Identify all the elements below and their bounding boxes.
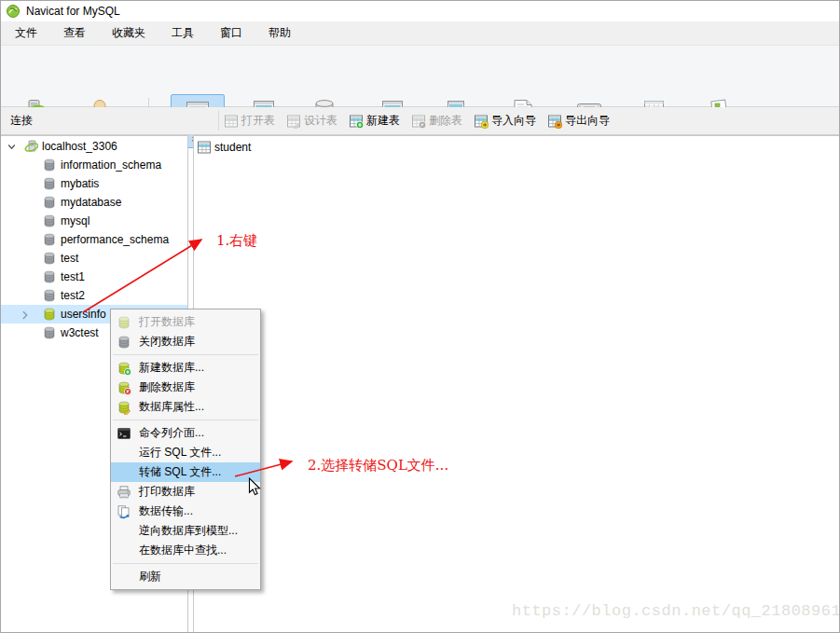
menu-separator bbox=[113, 354, 258, 355]
open-table-icon bbox=[224, 114, 239, 129]
database-icon bbox=[42, 213, 57, 228]
delete-table-button[interactable]: 删除表 bbox=[411, 113, 462, 129]
menu-item-print-database[interactable]: 打印数据库 bbox=[111, 482, 260, 502]
title-bar: Navicat for MySQL bbox=[1, 1, 839, 21]
pane-header-strip: 连接 打开表 设计表 新建表 bbox=[1, 107, 839, 135]
menu-file[interactable]: 文件 bbox=[3, 21, 49, 45]
database-icon bbox=[42, 158, 57, 172]
menu-item-open-database[interactable]: 打开数据库 bbox=[111, 312, 260, 332]
table-icon bbox=[197, 140, 212, 155]
database-icon bbox=[42, 251, 57, 266]
database-icon bbox=[42, 195, 57, 210]
menu-separator bbox=[113, 420, 258, 420]
export-wizard-icon bbox=[547, 114, 562, 129]
delete-table-icon bbox=[411, 114, 426, 129]
design-table-icon bbox=[286, 114, 301, 129]
new-table-icon bbox=[349, 114, 364, 129]
import-wizard-button[interactable]: 导入向导 bbox=[474, 113, 536, 129]
menu-bar: 文件 查看 收藏夹 工具 窗口 帮助 bbox=[1, 21, 839, 46]
menu-help[interactable]: 帮助 bbox=[256, 21, 303, 45]
tree-item-mybatis[interactable]: mybatis bbox=[1, 174, 187, 193]
database-icon bbox=[42, 288, 57, 303]
server-icon bbox=[23, 139, 38, 154]
database-icon bbox=[42, 325, 57, 340]
main-toolbar: 连接 用户 表 视图 函数 事件 查询 报表 bbox=[1, 46, 839, 107]
menu-item-execute-sql-file[interactable]: 运行 SQL 文件... bbox=[111, 443, 260, 462]
menu-item-new-database[interactable]: 新建数据库... bbox=[111, 358, 260, 378]
menu-item-command-line-interface[interactable]: 命令列介面... bbox=[111, 423, 260, 443]
menu-separator bbox=[113, 563, 258, 564]
tree-item-localhost-3306[interactable]: localhost_3306 bbox=[1, 137, 187, 156]
design-table-button[interactable]: 设计表 bbox=[286, 113, 337, 129]
database-open-icon bbox=[117, 315, 131, 330]
menu-item-close-database[interactable]: 关闭数据库 bbox=[111, 332, 260, 351]
new-database-icon bbox=[117, 361, 131, 376]
export-wizard-button[interactable]: 导出向导 bbox=[547, 113, 610, 129]
printer-icon bbox=[117, 485, 131, 500]
window-title: Navicat for MySQL bbox=[26, 5, 120, 18]
tree-item-mydatabase[interactable]: mydatabase bbox=[1, 193, 187, 212]
tree-item-mysql[interactable]: mysql bbox=[1, 212, 187, 230]
menu-item-find-in-database[interactable]: 在数据库中查找... bbox=[111, 541, 260, 560]
menu-tools[interactable]: 工具 bbox=[159, 21, 206, 45]
new-table-button[interactable]: 新建表 bbox=[349, 113, 400, 129]
tree-item-test1[interactable]: test1 bbox=[1, 268, 187, 286]
watermark: https://blog.csdn.net/qq_21808961 bbox=[512, 602, 833, 620]
menu-item-dump-sql-file[interactable]: 转储 SQL 文件... bbox=[111, 462, 260, 482]
menu-item-database-properties[interactable]: 数据库属性... bbox=[111, 397, 260, 417]
menu-item-delete-database[interactable]: 删除数据库 bbox=[111, 378, 260, 397]
import-wizard-icon bbox=[474, 114, 489, 129]
menu-window[interactable]: 窗口 bbox=[208, 21, 255, 45]
navicat-window: Navicat for MySQL 文件 查看 收藏夹 工具 窗口 帮助 连接 … bbox=[0, 0, 840, 633]
tree-item-test2[interactable]: test2 bbox=[1, 286, 187, 305]
delete-database-icon bbox=[117, 380, 131, 395]
navicat-logo-icon bbox=[6, 4, 21, 19]
menu-item-refresh[interactable]: 刷新 bbox=[111, 567, 260, 586]
annotation-step1: 1.右键 bbox=[216, 232, 257, 250]
data-transfer-icon bbox=[117, 504, 131, 519]
annotation-step2: 2.选择转储SQL文件... bbox=[308, 457, 448, 475]
database-icon bbox=[42, 176, 57, 191]
database-icon bbox=[42, 269, 57, 284]
context-menu: 打开数据库 关闭数据库 新建数据库... 删除数据库 数据库属性... bbox=[110, 309, 261, 590]
tree-item-information-schema[interactable]: information_schema bbox=[1, 156, 187, 174]
sidebar-pane-title: 连接 bbox=[10, 107, 33, 134]
database-open-icon bbox=[42, 307, 57, 322]
chevron-expanded-icon[interactable] bbox=[7, 142, 17, 152]
tree-item-performance-schema[interactable]: performance_schema bbox=[1, 230, 187, 249]
table-item-student[interactable]: student bbox=[197, 138, 251, 157]
open-table-button[interactable]: 打开表 bbox=[224, 113, 275, 129]
database-icon bbox=[117, 335, 131, 350]
pane-header-divider bbox=[218, 111, 219, 131]
chevron-collapsed-icon[interactable] bbox=[20, 310, 30, 320]
database-properties-icon bbox=[117, 400, 131, 415]
menu-favorites[interactable]: 收藏夹 bbox=[100, 21, 158, 45]
database-icon bbox=[42, 232, 57, 247]
terminal-icon bbox=[117, 426, 131, 441]
menu-view[interactable]: 查看 bbox=[51, 21, 98, 45]
table-list-panel: student bbox=[193, 135, 840, 633]
menu-item-data-transfer[interactable]: 数据传输... bbox=[111, 502, 260, 521]
tree-item-test[interactable]: test bbox=[1, 249, 187, 268]
table-actions: 打开表 设计表 新建表 bbox=[224, 107, 610, 134]
menu-item-reverse-database-to-model[interactable]: 逆向数据库到模型... bbox=[111, 521, 260, 541]
